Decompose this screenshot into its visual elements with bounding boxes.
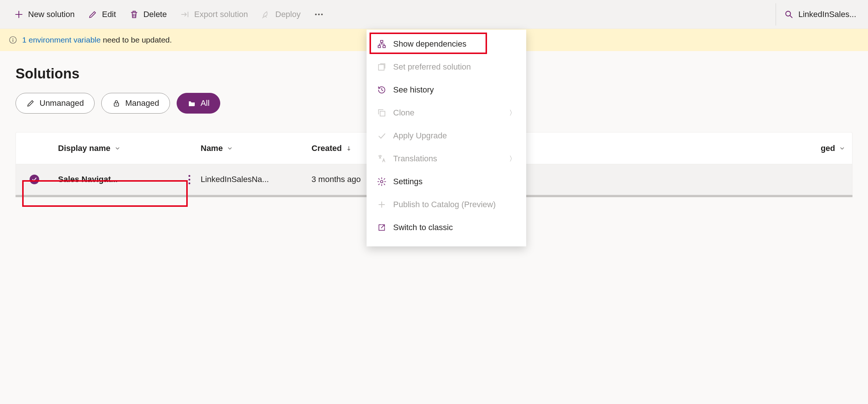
row-display-text: Sales Navigat...	[58, 175, 118, 184]
col-managed-label: ged	[821, 144, 835, 153]
menu-settings-label: Settings	[393, 177, 423, 186]
pill-unmanaged[interactable]: Unmanaged	[16, 93, 95, 114]
sort-desc-icon	[346, 145, 352, 152]
menu-see-history-label: See history	[393, 85, 434, 95]
pill-managed-label: Managed	[125, 98, 159, 108]
lock-icon	[112, 99, 121, 108]
menu-apply-upgrade-label: Apply Upgrade	[393, 131, 447, 141]
export-button[interactable]: Export solution	[173, 6, 255, 23]
row-created-text: 3 months ago	[312, 175, 361, 184]
context-menu: Show dependencies Set preferred solution…	[367, 30, 526, 197]
info-icon	[9, 36, 17, 44]
chevron-down-icon	[227, 145, 233, 152]
svg-point-7	[116, 104, 117, 105]
svg-rect-8	[381, 40, 383, 42]
col-name-label: Name	[201, 144, 223, 153]
menu-set-preferred-label: Set preferred solution	[393, 62, 471, 72]
menu-show-dependencies-label: Show dependencies	[393, 39, 466, 49]
banner-suffix: need to be updated.	[103, 36, 172, 44]
plus-icon	[14, 10, 24, 19]
menu-clone-label: Clone	[393, 108, 414, 118]
menu-translations-label: Translations	[393, 154, 437, 164]
svg-point-2	[321, 13, 323, 15]
menu-clone[interactable]: Clone 〉	[367, 101, 526, 124]
search-icon	[784, 10, 794, 19]
toolbar: New solution Edit Delete Export solution…	[0, 0, 868, 29]
svg-rect-11	[378, 65, 384, 70]
menu-show-dependencies[interactable]: Show dependencies	[367, 33, 526, 55]
row-checkbox[interactable]	[16, 175, 53, 184]
pill-all-label: All	[201, 98, 210, 108]
svg-rect-10	[383, 46, 385, 47]
export-icon	[180, 10, 190, 19]
preferred-icon	[377, 62, 387, 72]
delete-button[interactable]: Delete	[123, 6, 174, 23]
deploy-button[interactable]: Deploy	[255, 6, 307, 23]
svg-point-13	[381, 181, 383, 183]
edit-label: Edit	[102, 10, 116, 19]
col-display-name[interactable]: Display name	[53, 144, 201, 153]
svg-rect-9	[378, 46, 381, 47]
chevron-right-icon: 〉	[509, 154, 516, 163]
edit-button[interactable]: Edit	[81, 6, 123, 23]
menu-set-preferred[interactable]: Set preferred solution	[367, 55, 526, 78]
row-display-name: Sales Navigat...	[53, 172, 201, 187]
dependencies-icon	[377, 39, 387, 49]
new-solution-label: New solution	[28, 10, 75, 19]
svg-point-1	[318, 13, 320, 15]
menu-settings[interactable]: Settings	[367, 170, 526, 193]
toolbar-separator	[776, 3, 776, 26]
edit-icon	[88, 10, 98, 19]
history-icon	[377, 85, 387, 95]
translate-icon	[377, 154, 387, 164]
svg-point-5	[13, 38, 13, 39]
gear-icon	[377, 177, 387, 186]
chevron-right-icon: 〉	[509, 108, 516, 117]
col-display-label: Display name	[58, 144, 110, 153]
toolbar-more-button[interactable]	[307, 6, 331, 23]
svg-point-0	[315, 13, 317, 15]
row-name: LinkedInSalesNa...	[201, 175, 312, 184]
folder-icon	[187, 99, 196, 108]
banner-link[interactable]: 1 environment variable	[22, 36, 101, 44]
checkmark-icon	[30, 175, 39, 184]
menu-apply-upgrade[interactable]: Apply Upgrade	[367, 124, 526, 147]
check-icon	[377, 131, 387, 141]
pill-unmanaged-label: Unmanaged	[40, 98, 84, 108]
delete-icon	[129, 10, 139, 19]
banner-text: 1 environment variable need to be update…	[22, 36, 172, 44]
svg-rect-12	[380, 111, 385, 116]
chevron-down-icon	[114, 145, 121, 152]
search-box[interactable]: LinkedInSales...	[771, 0, 861, 29]
menu-translations[interactable]: Translations 〉	[367, 147, 526, 170]
search-text: LinkedInSales...	[798, 10, 856, 19]
new-solution-button[interactable]: New solution	[7, 6, 81, 23]
col-created-label: Created	[312, 144, 342, 153]
delete-label: Delete	[143, 10, 167, 19]
chevron-down-icon	[839, 145, 845, 152]
pill-all[interactable]: All	[177, 93, 220, 114]
row-more-button[interactable]	[185, 172, 193, 187]
deploy-label: Deploy	[275, 10, 300, 19]
col-name[interactable]: Name	[201, 144, 312, 153]
svg-point-3	[786, 11, 791, 16]
rocket-icon	[261, 10, 271, 19]
export-label: Export solution	[194, 10, 248, 19]
clone-icon	[377, 108, 387, 118]
row-name-text: LinkedInSalesNa...	[201, 175, 269, 184]
more-horizontal-icon	[314, 9, 324, 20]
menu-publish-catalog[interactable]: Publish to Catalog (Preview)	[367, 193, 526, 197]
pencil-icon	[26, 99, 35, 108]
pill-managed[interactable]: Managed	[101, 93, 170, 114]
menu-see-history[interactable]: See history	[367, 78, 526, 101]
